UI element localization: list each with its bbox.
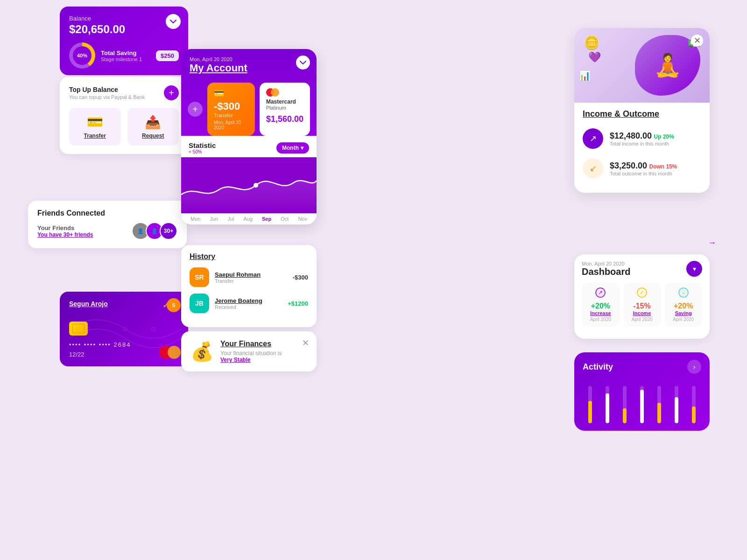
outcome-amount: $3,250.00 (610, 161, 647, 170)
stat-saving-val: +20% (669, 302, 698, 310)
bar-fill-1 (588, 401, 592, 423)
transfer-label: Transfer (74, 133, 116, 139)
finances-status: Very Stable (220, 357, 251, 363)
account-chevron-button[interactable] (296, 56, 310, 70)
avatar-more: 30+ (160, 222, 177, 240)
request-label: Request (132, 133, 175, 139)
bar-fill-4 (640, 390, 644, 423)
dashboard-date: Mon, April 20 2020 (582, 261, 630, 266)
income-title: Income & Outcome (574, 103, 710, 124)
bar-track-5 (657, 386, 661, 423)
income-outcome-card: 🪙 💜 📊 🧘 💵 ✕ Income & Outcome ↗ $12,480.0… (574, 28, 710, 193)
stat-increase-val: +20% (586, 302, 615, 310)
mastercard-amount: $1,560.00 (266, 114, 303, 124)
transfer-button[interactable]: 💳 Transfer (69, 108, 121, 146)
finances-icon: 💰 (190, 341, 214, 363)
friends-count[interactable]: 30+ (63, 231, 73, 238)
hist-info-sr: Saepul Rohman Transfer (215, 271, 287, 284)
friends-sub-post: friends (73, 231, 93, 238)
outcome-label: Total outcome in this month (610, 171, 701, 176)
month-jun: Jun (210, 216, 218, 222)
activity-bar-4 (636, 386, 647, 423)
bar-track-3 (623, 386, 627, 423)
account-date: Mon, April 20 2020 (190, 56, 308, 62)
month-sep: Sep (262, 216, 271, 222)
activity-title: Activity (583, 362, 613, 372)
bar-track-1 (588, 386, 592, 423)
hist-avatar-jb: JB (190, 294, 209, 313)
mc-orange-circle (168, 346, 181, 359)
income-info-1: $12,480.00 Up 20% Total income in this m… (610, 131, 701, 147)
dashboard-header: Mon, April 20 2020 Dashboard ▾ (582, 261, 702, 277)
month-oct: Oct (281, 216, 289, 222)
navigation-arrow[interactable]: → (708, 238, 716, 248)
bar-fill-5 (657, 403, 661, 423)
bar-fill-7 (692, 406, 696, 423)
income-trend-1: Up 20% (654, 133, 674, 140)
income-item-2: ↙ $3,250.00 Down 15% Total outcome in th… (574, 154, 710, 183)
svg-text:✓: ✓ (640, 289, 644, 296)
hist-amount-jb: +$1200 (288, 300, 308, 307)
credit-card: Segun Arojo ✓ S •••• •••• •••• 2684 12/2… (60, 292, 188, 366)
arrow-up-icon: ↗ (590, 133, 597, 144)
svg-text:○: ○ (682, 290, 685, 295)
balance-amount: $20,650.00 (69, 23, 179, 36)
outcome-trend: Down 15% (649, 163, 677, 170)
stat-income-date: April 2020 (628, 317, 656, 322)
statistic-chart (181, 157, 317, 213)
hist-info-jb: Jerome Boateng Received (215, 297, 282, 310)
activity-bar-3 (619, 386, 630, 423)
request-button[interactable]: 📤 Request (127, 108, 179, 146)
activity-card: Activity › (574, 352, 710, 431)
transfer-card-label: Transfer (214, 112, 248, 118)
hist-type-sr: Transfer (215, 278, 287, 284)
stat-increase-icon: ↗ (586, 287, 615, 300)
bar-track-7 (692, 386, 696, 423)
stat-saving-date: April 2020 (669, 317, 698, 322)
chart-icon: 📊 (579, 70, 591, 81)
transfer-icon: 💳 (74, 114, 116, 130)
heart-icon: 💜 (588, 51, 601, 63)
hist-name-sr: Saepul Rohman (215, 271, 287, 278)
income-info-2: $3,250.00 Down 15% Total outcome in this… (610, 161, 701, 176)
dashboard-chevron-button[interactable]: ▾ (686, 261, 702, 277)
dashboard-card: Mon, April 20 2020 Dashboard ▾ ↗ +20% In… (574, 254, 710, 339)
balance-chevron-button[interactable] (166, 14, 181, 29)
finances-close-button[interactable]: ✕ (302, 338, 309, 348)
activity-bars (583, 381, 701, 423)
income-close-button[interactable]: ✕ (691, 35, 703, 47)
hist-avatar-sr: SR (190, 267, 209, 287)
friends-avatars: 👤 👤 30+ (132, 222, 177, 240)
bar-fill-3 (623, 408, 627, 423)
topup-card: Top Up Balance You can topup via Paypal … (60, 77, 188, 154)
bar-track-2 (606, 386, 609, 423)
stat-income-val: -15% (628, 302, 656, 310)
activity-bar-1 (585, 386, 595, 423)
stat-increase-label: Increase (586, 310, 615, 316)
statistic-section: Statistic + 50% Month ▾ (181, 136, 317, 154)
friends-sub: You have 30+ friends (37, 231, 93, 238)
stat-income-icon: ✓ (628, 287, 656, 300)
friends-label: Your Friends (37, 224, 93, 231)
dashboard-stats: ↗ +20% Increase April 2020 ✓ -15% Income… (582, 283, 702, 327)
stat-increase-date: April 2020 (586, 317, 615, 322)
friends-title: Friends Connected (37, 209, 177, 217)
outcome-amount-row: $3,250.00 Down 15% (610, 161, 701, 171)
credit-avatar: S (167, 298, 181, 312)
topup-plus-button[interactable]: + (164, 85, 179, 100)
finances-sub: Your financial situation is Very Stable (220, 350, 282, 363)
add-card-button[interactable]: + (188, 102, 203, 117)
activity-arrow-button[interactable]: › (687, 360, 701, 374)
bar-fill-2 (606, 393, 609, 423)
history-item-jb: JB Jerome Boateng Received +$1200 (190, 294, 308, 313)
history-item-sr: SR Saepul Rohman Transfer -$300 (190, 267, 308, 287)
account-cards-row: + 💳 -$300 Transfer Mon, April 20 2020 Ma… (181, 83, 317, 136)
finances-sub-text: Your financial situation is (220, 350, 282, 357)
hist-name-jb: Jerome Boateng (215, 297, 282, 304)
month-dropdown-button[interactable]: Month ▾ (276, 142, 309, 154)
balance-card: Balance $20,650.00 40% Total Saving Stag… (60, 7, 188, 75)
saving-sub: Stage milestone 1 (101, 56, 150, 62)
dashboard-title: Dashboard (582, 266, 630, 277)
mastercard-logo (159, 346, 181, 359)
transfer-amount: -$300 (214, 100, 248, 112)
